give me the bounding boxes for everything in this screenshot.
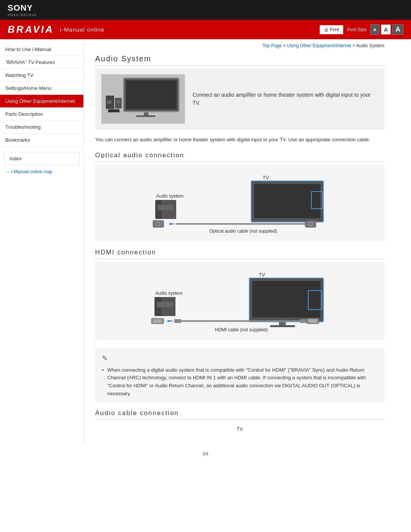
svg-rect-4 (116, 100, 120, 103)
svg-rect-43 (174, 319, 181, 323)
sidebar-index[interactable]: Index (4, 152, 80, 165)
intro-desc: You can connect an audio amplifier or ho… (95, 136, 384, 144)
notes-box: ✎ When connecting a digital audio system… (95, 348, 384, 403)
bravia-logo: BRAVIA (8, 24, 54, 35)
sidebar-map-link[interactable]: → i-Manual online map (0, 165, 83, 178)
svg-point-26 (309, 223, 312, 225)
audio-cable-title: Audio cable connection (95, 409, 384, 420)
imanual-label: i-Manual online (60, 26, 105, 33)
page-number: 64 (203, 451, 208, 457)
sidebar-item-how-to-use[interactable]: How to Use i-Manual (0, 43, 83, 56)
svg-rect-8 (136, 115, 155, 117)
sony-logo: SONY (8, 3, 37, 13)
print-icon: 🖨 (324, 27, 328, 32)
breadcrumb-section[interactable]: Using Other Equipment/Internet (287, 43, 351, 48)
audio-cable-tv-label: TV (237, 426, 243, 432)
svg-rect-18 (163, 205, 174, 210)
page-title: Audio System (95, 54, 384, 66)
sidebar-item-using-other[interactable]: Using Other Equipment/Internet (0, 95, 83, 108)
svg-marker-42 (167, 320, 174, 322)
intro-text: Connect an audio amplifier or home theat… (193, 91, 378, 107)
font-small-button[interactable]: A (370, 24, 379, 35)
bravia-bar: BRAVIA i-Manual online 🖨 Print Font Size… (0, 20, 411, 39)
svg-text:Audio system: Audio system (155, 291, 183, 296)
svg-rect-41 (153, 319, 162, 323)
audio-cable-tv-label-container: TV (95, 423, 384, 432)
svg-marker-22 (169, 223, 176, 225)
intro-box: Connect an audio amplifier or home theat… (95, 68, 384, 130)
svg-rect-2 (108, 109, 119, 112)
print-button[interactable]: 🖨 Print (320, 25, 344, 34)
breadcrumb: Top Page > Using Other Equipment/Interne… (95, 43, 384, 48)
svg-text:TV: TV (259, 272, 265, 278)
svg-rect-45 (300, 319, 307, 323)
breadcrumb-current: Audio System (356, 43, 384, 48)
svg-point-21 (157, 223, 159, 225)
sidebar-item-bravia-features[interactable]: "BRAVIA" TV Features (0, 56, 83, 69)
hdmi-diagram-svg: TV Audio system (133, 270, 346, 332)
sidebar-item-parts-description[interactable]: Parts Description (0, 108, 83, 121)
hdmi-title: HDMI connection (95, 249, 384, 259)
breadcrumb-sep2: > (352, 43, 356, 48)
optical-diagram-svg: TV Audio system (133, 173, 346, 233)
svg-text:HDMI cable (not supplied): HDMI cable (not supplied) (215, 327, 268, 332)
sidebar-item-troubleshooting[interactable]: Troubleshooting (0, 121, 83, 134)
svg-rect-47 (308, 319, 317, 323)
font-size-controls: A A A (370, 24, 403, 35)
sidebar: How to Use i-Manual "BRAVIA" TV Features… (0, 39, 84, 443)
note-icon: ✎ (102, 353, 378, 364)
optical-diagram: TV Audio system (95, 165, 384, 241)
svg-rect-39 (162, 302, 173, 307)
sidebar-item-watching-tv[interactable]: Watching TV (0, 69, 83, 82)
sony-tagline: make.believe (8, 13, 37, 17)
main-container: How to Use i-Manual "BRAVIA" TV Features… (0, 39, 411, 443)
svg-rect-30 (252, 281, 320, 318)
svg-rect-34 (270, 325, 295, 327)
svg-text:TV: TV (263, 175, 269, 181)
print-label: Print (330, 27, 339, 32)
sidebar-item-bookmarks[interactable]: Bookmarks (0, 134, 83, 147)
hdmi-diagram: TV Audio system (95, 262, 384, 340)
optical-title: Optical audio connection (95, 152, 384, 162)
svg-rect-11 (254, 184, 320, 218)
font-large-button[interactable]: A (392, 24, 403, 35)
content-area: Top Page > Using Other Equipment/Interne… (84, 39, 396, 443)
tv-diagram-icon (123, 77, 182, 117)
breadcrumb-sep1: > (283, 43, 287, 48)
page-footer: 64 (0, 443, 411, 464)
breadcrumb-top-page[interactable]: Top Page (263, 43, 282, 48)
note-text: When connecting a digital audio system t… (102, 366, 378, 398)
svg-rect-6 (126, 80, 177, 109)
font-medium-button[interactable]: A (381, 24, 391, 35)
svg-text:Audio system: Audio system (156, 193, 183, 199)
svg-rect-3 (107, 100, 112, 104)
svg-text:Optical audio cable (not suppl: Optical audio cable (not supplied) (209, 228, 277, 233)
top-header: SONY make.believe (0, 0, 411, 20)
font-size-label: Font Size (347, 27, 366, 32)
intro-image (101, 74, 185, 124)
sidebar-item-settings-home[interactable]: Settings/Home Menu (0, 82, 83, 95)
